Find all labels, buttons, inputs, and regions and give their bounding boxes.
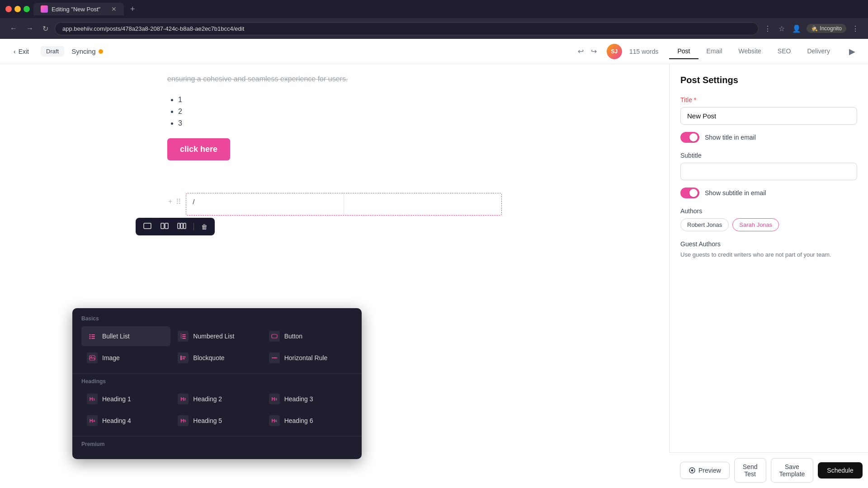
slash-item-label: Heading 1 <box>102 395 131 403</box>
schedule-button[interactable]: Schedule <box>818 462 862 479</box>
window-close-button[interactable] <box>5 6 12 12</box>
show-subtitle-label: Show subtitle in email <box>705 189 766 197</box>
back-button[interactable]: ← <box>7 23 20 34</box>
button-icon <box>269 331 280 342</box>
slash-item-numbered-list[interactable]: 1.2.3. Numbered List <box>172 326 261 346</box>
window-maximize-button[interactable] <box>24 6 30 12</box>
slash-item-button[interactable]: Button <box>264 326 353 346</box>
drag-block-button[interactable]: ⠿ <box>175 197 182 207</box>
slash-menu: Basics Bullet List 1.2.3. Num <box>72 308 362 459</box>
svg-rect-18 <box>272 334 277 338</box>
slash-item-h6[interactable]: H6 Heading 6 <box>264 411 353 431</box>
slash-item-horizontal-rule[interactable]: Horizontal Rule <box>264 348 353 368</box>
slash-item-label: Heading 5 <box>193 417 222 424</box>
tab-website[interactable]: Website <box>731 44 769 59</box>
svg-rect-13 <box>182 334 186 335</box>
avatar[interactable]: SJ <box>607 44 622 59</box>
menu-button[interactable]: ⋮ <box>850 23 861 35</box>
svg-rect-11 <box>91 338 95 339</box>
column-toolbar: 🗑 <box>136 218 215 235</box>
blockquote-icon <box>178 352 189 363</box>
svg-rect-2 <box>165 223 168 229</box>
redo-button[interactable]: ↪ <box>588 44 599 58</box>
word-count: 115 words <box>629 48 659 55</box>
tab-seo[interactable]: SEO <box>769 44 799 59</box>
nav-tabs: Post Email Website SEO Delivery <box>669 44 838 59</box>
svg-rect-1 <box>161 223 164 229</box>
one-column-button[interactable] <box>140 221 155 233</box>
undo-button[interactable]: ↩ <box>575 44 586 58</box>
slash-item-bullet-list[interactable]: Bullet List <box>81 326 170 346</box>
slash-item-label: Heading 6 <box>284 417 313 424</box>
click-here-button[interactable]: click here <box>167 138 230 160</box>
send-test-button[interactable]: Send Test <box>734 458 766 483</box>
h3-icon: H3 <box>269 394 280 404</box>
preview-icon <box>689 467 696 474</box>
delete-block-button[interactable]: 🗑 <box>198 221 210 232</box>
preview-button[interactable]: Preview <box>680 462 730 479</box>
url-bar[interactable]: app.beehiiv.com/posts/478a23a8-2087-424c… <box>55 22 759 35</box>
block-col-1[interactable] <box>186 193 344 215</box>
add-block-button[interactable]: + <box>167 197 173 207</box>
subtitle-input[interactable] <box>680 163 857 180</box>
slash-section-basics: Basics Bullet List 1.2.3. Num <box>72 315 362 371</box>
authors-list: Robert Jonas Sarah Jonas <box>680 218 857 231</box>
tab-delivery[interactable]: Delivery <box>799 44 838 59</box>
block-col-2[interactable] <box>344 193 501 215</box>
title-field-label: Title * <box>680 96 857 103</box>
three-column-button[interactable] <box>175 221 189 233</box>
reload-button[interactable]: ↻ <box>40 23 51 35</box>
sidebar-title: Post Settings <box>680 75 857 85</box>
browser-toolbar: ← → ↻ app.beehiiv.com/posts/478a23a8-208… <box>0 18 868 39</box>
title-input[interactable] <box>680 107 857 125</box>
window-minimize-button[interactable] <box>14 6 21 12</box>
tab-close-button[interactable]: ✕ <box>111 5 117 13</box>
block-col-input-1[interactable] <box>193 198 337 206</box>
author-robert-jonas[interactable]: Robert Jonas <box>680 218 729 231</box>
editor-scroll: ensuring a cohesive and seamless experie… <box>0 64 669 226</box>
slash-item-image[interactable]: Image <box>81 348 170 368</box>
main-content: ensuring a cohesive and seamless experie… <box>0 64 868 488</box>
slash-item-label: Numbered List <box>193 333 234 340</box>
slash-item-h2[interactable]: H2 Heading 2 <box>172 389 261 409</box>
editor-content: ensuring a cohesive and seamless experie… <box>149 64 520 226</box>
profile-button[interactable]: 👤 <box>790 23 803 35</box>
bookmark-button[interactable]: ☆ <box>777 23 787 35</box>
svg-point-26 <box>691 469 693 472</box>
two-column-button[interactable] <box>157 221 172 233</box>
toolbar-divider <box>193 223 194 230</box>
forward-button[interactable]: → <box>24 23 36 34</box>
h6-icon: H6 <box>269 415 280 426</box>
tab-email[interactable]: Email <box>698 44 731 59</box>
list-item: 1 <box>178 96 502 104</box>
slash-item-blockquote[interactable]: Blockquote <box>172 348 261 368</box>
show-subtitle-toggle[interactable] <box>680 188 699 198</box>
browser-tab-active[interactable]: Editing "New Post" ✕ <box>33 3 124 15</box>
slash-item-h1[interactable]: H1 Heading 1 <box>81 389 170 409</box>
exit-button[interactable]: ‹ Exit <box>9 45 33 58</box>
browser-chrome: Editing "New Post" ✕ + ← → ↻ app.beehiiv… <box>0 0 868 39</box>
slash-item-h5[interactable]: H5 Heading 5 <box>172 411 261 431</box>
show-title-toggle[interactable] <box>680 132 699 143</box>
draft-badge[interactable]: Draft <box>41 46 64 56</box>
list-item: 2 <box>178 108 502 116</box>
tab-favicon <box>41 5 48 13</box>
block-col-input-2[interactable] <box>350 198 495 206</box>
new-tab-button[interactable]: + <box>127 5 138 14</box>
author-sarah-jonas[interactable]: Sarah Jonas <box>732 218 779 231</box>
svg-rect-7 <box>91 334 95 335</box>
panel-toggle-button[interactable]: ▶ <box>845 45 859 58</box>
svg-rect-9 <box>91 336 95 337</box>
syncing-label: Syncing <box>71 47 95 55</box>
svg-point-8 <box>90 336 91 338</box>
editor-area[interactable]: ensuring a cohesive and seamless experie… <box>0 64 669 488</box>
extensions-button[interactable]: ⋮ <box>762 23 773 35</box>
slash-section-headings: Headings H1 Heading 1 H2 Heading 2 H3 He <box>72 378 362 434</box>
slash-item-h3[interactable]: H3 Heading 3 <box>264 389 353 409</box>
h1-icon: H1 <box>87 394 98 404</box>
tab-post[interactable]: Post <box>669 44 698 59</box>
subtitle-field-label: Subtitle <box>680 152 857 159</box>
slash-item-h4[interactable]: H4 Heading 4 <box>81 411 170 431</box>
block-editor-columns <box>186 193 502 216</box>
save-template-button[interactable]: Save Template <box>771 458 814 483</box>
